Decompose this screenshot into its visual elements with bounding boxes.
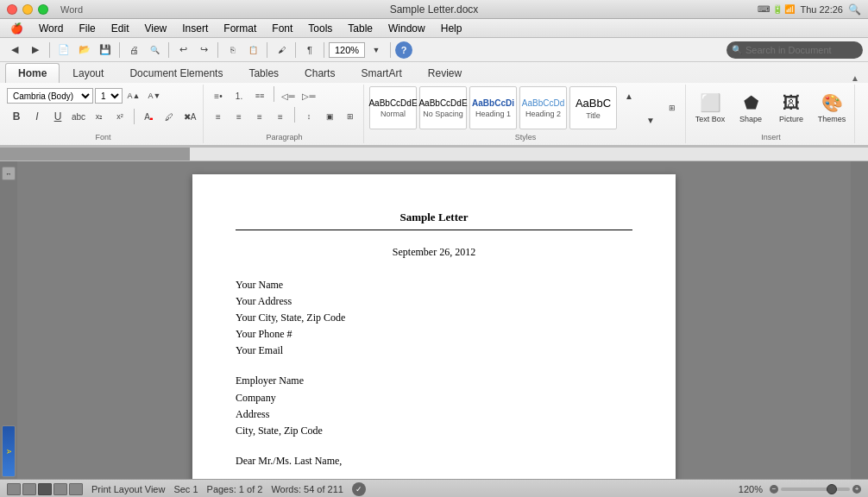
- tab-document-elements[interactable]: Document Elements: [116, 63, 236, 83]
- zoom-percentage-box[interactable]: 120%: [329, 42, 365, 58]
- undo-button[interactable]: ↩: [173, 41, 192, 60]
- align-left-button[interactable]: ≡: [209, 107, 228, 126]
- number-list-button[interactable]: 1.: [230, 86, 248, 105]
- menu-apple[interactable]: 🍎: [3, 21, 30, 36]
- style-title-label: Title: [586, 111, 601, 120]
- menu-format[interactable]: Format: [217, 21, 263, 36]
- close-button[interactable]: [7, 4, 17, 15]
- menu-edit[interactable]: Edit: [104, 21, 136, 36]
- increase-indent-button[interactable]: ▷═: [299, 86, 318, 105]
- themes-button[interactable]: 🎨 Themes: [813, 86, 851, 129]
- style-h1-label: Heading 1: [475, 110, 511, 118]
- style-title[interactable]: AaBbC Title: [569, 86, 617, 129]
- align-center-button[interactable]: ≡: [230, 107, 248, 126]
- tab-layout[interactable]: Layout: [60, 63, 116, 83]
- borders-button[interactable]: ⊞: [341, 107, 360, 126]
- minimize-button[interactable]: [22, 4, 33, 15]
- zoom-out-button[interactable]: −: [770, 485, 778, 494]
- view-web-btn[interactable]: [53, 483, 67, 495]
- view-label: Print Layout View: [91, 484, 165, 494]
- font-color-button[interactable]: A_: [139, 107, 158, 126]
- textbox-button[interactable]: ⬜ Text Box: [691, 86, 729, 129]
- line-spacing-button[interactable]: ↕: [299, 107, 318, 126]
- font-size-select[interactable]: 12: [95, 88, 123, 104]
- page-scroll[interactable]: Sample Letter September 26, 2012 Your Na…: [17, 161, 851, 479]
- new-button[interactable]: 📄: [54, 41, 73, 60]
- search-document-box[interactable]: 🔍: [726, 41, 863, 59]
- help-button[interactable]: ?: [395, 41, 412, 59]
- picture-button[interactable]: 🖼 Picture: [772, 86, 810, 129]
- sep3: [168, 42, 169, 58]
- view-focus-btn[interactable]: [69, 483, 83, 495]
- menu-view[interactable]: View: [137, 21, 173, 36]
- save-button[interactable]: 💾: [96, 41, 115, 60]
- subscript-button[interactable]: x₂: [90, 107, 109, 126]
- system-icons: ⌨ 🔋 📶: [758, 4, 796, 14]
- menu-window[interactable]: Window: [381, 21, 432, 36]
- style-no-spacing[interactable]: AaBbCcDdE No Spacing: [419, 86, 467, 129]
- open-button[interactable]: 📂: [75, 41, 94, 60]
- font-size-increase[interactable]: A▲: [124, 86, 143, 105]
- align-right-button[interactable]: ≡: [250, 107, 269, 126]
- bullet-list-button[interactable]: ≡•: [209, 86, 228, 105]
- bold-button[interactable]: B: [7, 107, 26, 126]
- print-button[interactable]: 🖨: [124, 41, 143, 60]
- ruler-margin-left: [0, 148, 190, 160]
- strikethrough-button[interactable]: abc: [69, 107, 88, 126]
- justify-button[interactable]: ≡: [271, 107, 290, 126]
- styles-scroll-down[interactable]: ▼: [641, 110, 660, 129]
- paste-button[interactable]: 📋: [243, 41, 262, 60]
- font-family-select[interactable]: Cambria (Body): [7, 88, 93, 104]
- menu-file[interactable]: File: [72, 21, 102, 36]
- clear-format-button[interactable]: ✖A: [180, 107, 199, 126]
- redo-button[interactable]: ↪: [194, 41, 213, 60]
- styles-group-label: Styles: [515, 133, 537, 142]
- sep7: [324, 42, 324, 58]
- back-button[interactable]: ◀: [5, 41, 24, 60]
- decrease-indent-button[interactable]: ◁═: [279, 86, 298, 105]
- view-normal-btn[interactable]: [7, 483, 21, 495]
- ribbon-collapse-btn[interactable]: ▲: [851, 73, 863, 83]
- copy-button[interactable]: ⎘: [223, 41, 242, 60]
- print-preview-button[interactable]: 🔍: [145, 41, 164, 60]
- menu-font[interactable]: Font: [265, 21, 299, 36]
- zoom-in-button[interactable]: +: [852, 485, 861, 494]
- menu-insert[interactable]: Insert: [175, 21, 215, 36]
- maximize-button[interactable]: [38, 4, 48, 15]
- styles-scroll-up[interactable]: ▲: [620, 86, 638, 105]
- tab-home[interactable]: Home: [5, 63, 60, 83]
- menu-tools[interactable]: Tools: [301, 21, 339, 36]
- menu-table[interactable]: Table: [341, 21, 380, 36]
- shape-button[interactable]: ⬟ Shape: [732, 86, 770, 129]
- words-info: Words: 54 of 211: [271, 484, 343, 494]
- multilevel-list-button[interactable]: ≡≡: [250, 86, 269, 105]
- underline-button[interactable]: U: [48, 107, 67, 126]
- forward-button[interactable]: ▶: [26, 41, 45, 60]
- menu-help[interactable]: Help: [434, 21, 469, 36]
- style-normal[interactable]: AaBbCcDdE Normal: [369, 86, 417, 129]
- shading-button[interactable]: ▣: [320, 107, 339, 126]
- spell-check-icon[interactable]: ✓: [352, 482, 366, 496]
- tab-tables[interactable]: Tables: [236, 63, 292, 83]
- zoom-dropdown-button[interactable]: ▼: [367, 41, 386, 60]
- styles-more[interactable]: ⊞: [663, 98, 682, 117]
- search-menubar-icon[interactable]: 🔍: [848, 3, 861, 16]
- format-brush-button[interactable]: 🖌: [272, 41, 291, 60]
- menu-word[interactable]: Word: [32, 21, 70, 36]
- highlight-button[interactable]: 🖊: [160, 107, 179, 126]
- superscript-button[interactable]: x²: [110, 107, 129, 126]
- paragraph-mark-button[interactable]: ¶: [300, 41, 319, 60]
- italic-button[interactable]: I: [28, 107, 47, 126]
- style-heading1[interactable]: AaBbCcDi Heading 1: [469, 86, 517, 129]
- tab-review[interactable]: Review: [415, 63, 475, 83]
- letter-title: Sample Letter: [236, 209, 632, 226]
- font-size-decrease[interactable]: A▼: [145, 86, 164, 105]
- search-input[interactable]: [745, 45, 858, 55]
- style-heading2[interactable]: AaBbCcDd Heading 2: [519, 86, 567, 129]
- view-print-btn[interactable]: [38, 483, 52, 495]
- sidebar-btn-1[interactable]: ↔: [2, 167, 16, 180]
- tab-smartart[interactable]: SmartArt: [348, 63, 414, 83]
- tab-charts[interactable]: Charts: [292, 63, 348, 83]
- view-outline-btn[interactable]: [22, 483, 36, 495]
- zoom-slider[interactable]: [781, 488, 850, 491]
